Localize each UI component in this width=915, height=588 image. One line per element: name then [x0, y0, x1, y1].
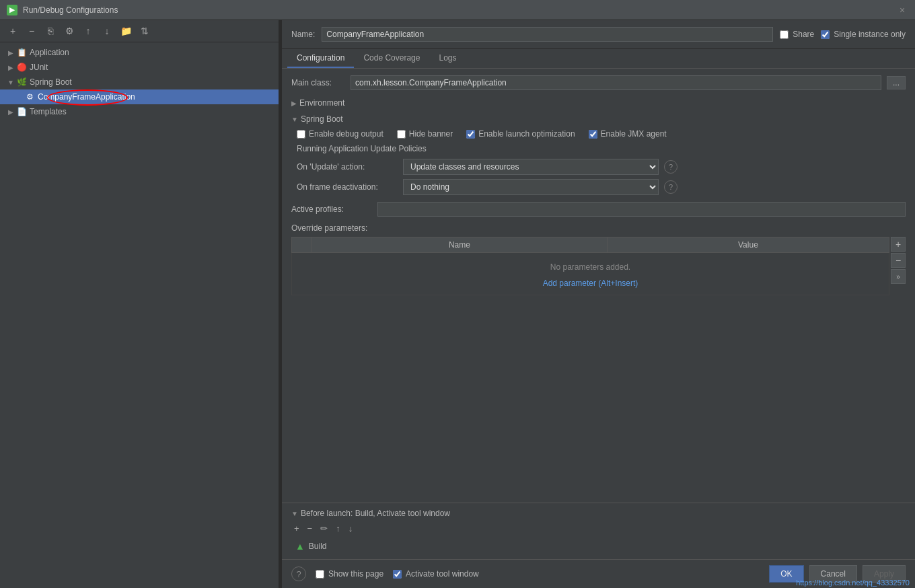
left-panel: + − ⎘ ⚙ ↑ ↓ 📁 ⇅ ▶ 📋 Application ▶ 🔴 JUni… [0, 20, 279, 588]
settings-config-button[interactable]: ⚙ [62, 24, 77, 38]
share-checkbox[interactable] [780, 30, 789, 39]
params-table: Name Value No parameters added. Add [291, 237, 889, 295]
enable-jmx-agent-checkbox[interactable] [589, 130, 597, 139]
arrow-icon-application: ▶ [5, 47, 16, 58]
params-side-buttons: + − » [891, 237, 906, 298]
main-class-ellipsis-button[interactable]: ... [887, 76, 906, 89]
tree-item-company-frame-app[interactable]: ⚙ CompanyFrameApplication [0, 89, 279, 104]
hide-banner-checkbox[interactable] [397, 130, 406, 139]
templates-icon: 📄 [16, 106, 27, 117]
main-container: + − ⎘ ⚙ ↑ ↓ 📁 ⇅ ▶ 📋 Application ▶ 🔴 JUni… [0, 20, 915, 588]
right-tabs: Configuration Code Coverage Logs [282, 49, 915, 69]
enable-launch-optimization-label[interactable]: Enable launch optimization [478, 129, 575, 139]
params-col-name: Name [312, 237, 608, 253]
window-icon: ▶ [7, 5, 17, 15]
params-col-empty [292, 237, 312, 253]
bl-add-button[interactable]: + [291, 522, 302, 535]
tree-item-junit[interactable]: ▶ 🔴 JUnit [0, 60, 279, 75]
tree-label-company-frame-app: CompanyFrameApplication [38, 92, 135, 102]
hide-banner-label[interactable]: Hide banner [409, 129, 453, 139]
override-params-label: Override parameters: [291, 223, 906, 233]
show-this-page-checkbox[interactable] [316, 570, 324, 579]
spring-boot-header[interactable]: ▼ Spring Boot [291, 114, 906, 124]
on-frame-help-button[interactable]: ? [664, 180, 678, 194]
enable-debug-output-label[interactable]: Enable debug output [309, 129, 383, 139]
help-button[interactable]: ? [291, 566, 306, 581]
spring-boot-section-label: Spring Boot [301, 114, 343, 124]
title-bar: ▶ Run/Debug Configurations × [0, 0, 915, 20]
on-update-select[interactable]: Update classes and resources Hot swap cl… [403, 159, 659, 175]
environment-section: ▶ Environment [291, 97, 906, 109]
application-icon: 📋 [16, 47, 27, 58]
main-class-input[interactable] [351, 75, 881, 90]
tree-label-spring-boot: Spring Boot [30, 77, 72, 87]
on-frame-label: On frame deactivation: [297, 182, 398, 192]
name-label: Name: [291, 30, 315, 39]
build-item: ▲ Build [291, 539, 906, 554]
tab-configuration[interactable]: Configuration [287, 49, 354, 68]
update-policies-section: Running Application Update Policies On '… [297, 144, 906, 195]
tab-logs[interactable]: Logs [429, 49, 466, 68]
add-param-button[interactable]: + [891, 237, 906, 252]
build-icon: ▲ [295, 541, 305, 552]
tree-item-application[interactable]: ▶ 📋 Application [0, 45, 279, 60]
name-input[interactable] [322, 27, 773, 42]
bl-down-button[interactable]: ↓ [346, 522, 356, 535]
enable-debug-output-checkbox[interactable] [297, 130, 305, 139]
enable-jmx-agent-label[interactable]: Enable JMX agent [601, 129, 667, 139]
show-this-page-row: Show this page [316, 569, 383, 579]
move-up-button[interactable]: ↑ [81, 24, 96, 38]
left-toolbar: + − ⎘ ⚙ ↑ ↓ 📁 ⇅ [0, 20, 279, 42]
before-launch-header[interactable]: ▼ Before launch: Build, Activate tool wi… [291, 509, 906, 518]
active-profiles-input[interactable] [377, 202, 906, 217]
bottom-url: https://blog.csdn.net/qq_43332570 [796, 579, 910, 587]
override-params-section: Override parameters: Name Value [291, 223, 906, 298]
main-class-label: Main class: [291, 78, 345, 87]
enable-launch-optimization-checkbox[interactable] [466, 130, 475, 139]
copy-config-button[interactable]: ⎘ [43, 24, 58, 38]
environment-header[interactable]: ▶ Environment [291, 97, 906, 109]
remove-param-button[interactable]: − [891, 253, 906, 268]
arrow-icon-junit: ▶ [5, 62, 16, 73]
params-table-wrapper: Name Value No parameters added. Add [291, 237, 906, 298]
tree-item-templates[interactable]: ▶ 📄 Templates [0, 104, 279, 119]
active-profiles-label: Active profiles: [291, 205, 372, 214]
tree-item-spring-boot[interactable]: ▼ 🌿 Spring Boot [0, 75, 279, 89]
before-launch-arrow-icon: ▼ [291, 510, 298, 517]
on-update-row: On 'Update' action: Update classes and r… [297, 159, 906, 175]
build-item-label: Build [309, 542, 327, 551]
bottom-left: ? Show this page Activate tool window [291, 566, 760, 581]
spring-boot-checkboxes: Enable debug output Hide banner Enable l… [297, 129, 906, 139]
before-launch-label: Before launch: Build, Activate tool wind… [301, 509, 450, 518]
arrow-icon-spring-boot: ▼ [5, 77, 16, 87]
tree-label-templates: Templates [30, 107, 67, 116]
tab-code-coverage[interactable]: Code Coverage [354, 49, 429, 68]
right-panel: Name: Share Single instance only Configu… [282, 20, 915, 588]
add-config-button[interactable]: + [5, 24, 20, 38]
no-params-row: No parameters added. Add parameter (Alt+… [292, 253, 889, 295]
sort-button[interactable]: ⇅ [137, 24, 152, 38]
show-this-page-label[interactable]: Show this page [328, 569, 383, 579]
activate-tool-window-checkbox[interactable] [393, 570, 402, 579]
share-label[interactable]: Share [793, 30, 814, 39]
on-update-help-button[interactable]: ? [664, 160, 678, 174]
env-arrow-icon: ▶ [291, 100, 297, 107]
right-content: Main class: ... ▶ Environment ▼ Spring B… [282, 69, 915, 503]
expand-params-button[interactable]: » [891, 269, 906, 284]
tree-label-application: Application [30, 48, 69, 57]
activate-tool-window-label[interactable]: Activate tool window [406, 569, 479, 579]
bl-remove-button[interactable]: − [305, 522, 316, 535]
bl-up-button[interactable]: ↑ [333, 522, 343, 535]
before-launch-section: ▼ Before launch: Build, Activate tool wi… [282, 503, 915, 559]
close-button[interactable]: × [896, 4, 908, 16]
single-instance-label[interactable]: Single instance only [834, 30, 906, 39]
add-parameter-link[interactable]: Add parameter (Alt+Insert) [543, 279, 638, 288]
on-frame-select[interactable]: Do nothing Update classes and resources … [403, 179, 659, 195]
share-checkbox-row: Share [780, 30, 814, 39]
single-instance-checkbox[interactable] [821, 30, 830, 39]
folder-button[interactable]: 📁 [118, 24, 133, 38]
on-update-label: On 'Update' action: [297, 162, 398, 172]
bl-edit-button[interactable]: ✏ [318, 522, 330, 535]
remove-config-button[interactable]: − [24, 24, 39, 38]
move-down-button[interactable]: ↓ [100, 24, 114, 38]
